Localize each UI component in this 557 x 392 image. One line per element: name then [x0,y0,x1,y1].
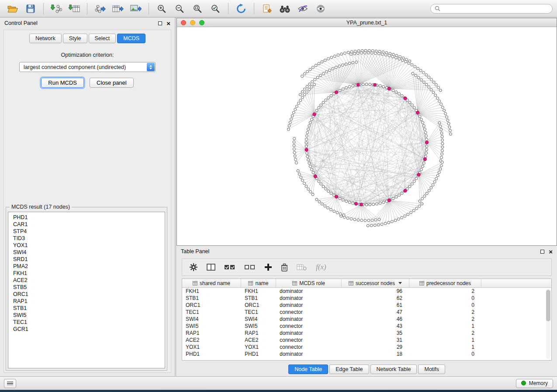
close-panel-button[interactable]: Close panel [90,78,134,88]
export-image-button[interactable] [128,2,144,15]
table-cell: 96 [342,288,409,294]
table-tab-node-table[interactable]: Node Table [288,364,328,374]
panel-menu-button[interactable] [4,379,16,388]
delete-table-button[interactable] [297,264,307,271]
table-cell: SWI4 [241,316,276,322]
table-tab-edge-table[interactable]: Edge Table [329,364,369,374]
list-item[interactable]: GCR1 [8,326,165,333]
table-row[interactable]: STB1STB1dominator620 [182,295,551,302]
criterion-dropdown[interactable]: largest connected component (undirected) [19,62,156,72]
list-item[interactable]: FKH1 [8,270,165,277]
list-item[interactable]: RAP1 [8,298,165,305]
table-row[interactable]: TEC1TEC1connector472 [182,309,551,316]
fx-icon: f(x) [316,263,326,272]
table-cell: SWI5 [182,323,241,329]
memory-button[interactable]: Memory [516,379,553,388]
table-row[interactable]: YOX1YOX1connector291 [182,344,551,351]
list-item[interactable]: SWI4 [8,249,165,256]
column-header-predecessor-nodes[interactable]: predecessor nodes [409,279,481,287]
list-item[interactable]: YOX1 [8,242,165,249]
clone-network-button[interactable] [259,2,275,15]
list-item[interactable]: STB5 [8,284,165,291]
table-cell: ACE2 [182,337,241,343]
list-item[interactable]: CAR1 [8,221,165,228]
table-cell: 62 [342,295,409,301]
table-tab-network-table[interactable]: Network Table [370,364,417,374]
minimize-window-icon[interactable] [190,20,195,25]
control-tabs: NetworkStyleSelectMCDS [4,34,171,43]
close-window-icon[interactable] [181,20,186,25]
mcds-result-list[interactable]: PHD1CAR1STP4TID3YOX1SWI4SRD1PMA2FKH1ACE2… [8,212,165,368]
search-box[interactable] [430,4,553,14]
zoom-in-button[interactable] [153,2,170,15]
search-input[interactable] [443,6,548,12]
save-button[interactable] [22,2,39,15]
list-item[interactable]: STB1 [8,305,165,312]
run-mcds-button[interactable]: Run MCDS [41,78,84,88]
column-header-shared-name[interactable]: shared name [182,279,241,287]
list-item[interactable]: SRD1 [8,256,165,263]
maximize-window-icon[interactable] [199,20,204,25]
table-cell: 0 [409,351,481,357]
delete-column-button[interactable] [281,263,288,272]
close-panel-icon[interactable]: × [549,248,553,255]
deselect-all-button[interactable] [244,264,256,271]
refresh-layout-button[interactable] [233,2,249,15]
export-network-button[interactable] [92,2,108,15]
export-image-icon [130,4,142,14]
zoom-fit-button[interactable] [189,2,206,15]
float-panel-icon[interactable] [540,250,544,254]
import-network-button[interactable] [48,2,65,15]
list-item[interactable]: ACE2 [8,277,165,284]
zoom-selected-button[interactable] [207,2,224,15]
import-table-button[interactable] [66,2,83,15]
list-item[interactable]: ORC1 [8,291,165,298]
show-hidden-button[interactable] [312,2,329,15]
tab-style[interactable]: Style [63,34,87,43]
table-cell: connector [276,337,342,343]
add-column-button[interactable] [264,263,272,271]
column-header-successor-nodes[interactable]: successor nodes [342,279,409,287]
list-item[interactable]: PHD1 [8,214,165,221]
table-row[interactable]: SWI5SWI5connector431 [182,323,551,330]
table-row[interactable]: ACE2ACE2connector311 [182,337,551,344]
import-network-icon [51,4,62,14]
open-button[interactable] [4,2,21,15]
table-cell: 1 [409,344,481,350]
table-cell: STB1 [241,295,276,301]
table-cell: dominator [276,288,342,294]
table-tab-motifs[interactable]: Motifs [418,364,445,374]
table-settings-button[interactable] [189,263,198,272]
table-row[interactable]: SWI4SWI4dominator462 [182,316,551,323]
list-item[interactable]: SWI5 [8,312,165,319]
show-columns-button[interactable] [207,263,215,271]
table-row[interactable]: FKH1FKH1dominator962 [182,288,551,295]
network-canvas[interactable] [177,27,557,245]
tab-network[interactable]: Network [29,34,62,43]
list-item[interactable]: TID3 [8,235,165,242]
tab-mcds[interactable]: MCDS [117,34,145,43]
table-row[interactable]: RAP1RAP1dominator352 [182,330,551,337]
column-header-name[interactable]: name [241,279,276,287]
zoom-out-button[interactable] [171,2,188,15]
table-scrollbar[interactable] [546,289,550,359]
table-cell: connector [276,344,342,350]
close-panel-icon[interactable]: × [166,20,170,27]
tab-select[interactable]: Select [89,34,116,43]
export-table-button[interactable] [110,2,126,15]
table-cell: 46 [342,316,409,322]
function-builder-button[interactable]: f(x) [316,263,326,272]
eye-icon [315,4,326,13]
hide-selected-button[interactable] [294,2,311,15]
table-row[interactable]: PHD1PHD1dominator180 [182,351,551,358]
select-all-button[interactable] [224,264,235,271]
column-header-MCDS-role[interactable]: MCDS role [276,279,342,287]
float-panel-icon[interactable] [158,21,162,25]
table-row[interactable]: ORC1ORC1dominator610 [182,302,551,309]
scrollbar-thumb[interactable] [546,290,550,321]
table-cell: 35 [342,330,409,336]
list-item[interactable]: TEC1 [8,319,165,326]
list-item[interactable]: PMA2 [8,263,165,270]
list-item[interactable]: STP4 [8,228,165,235]
find-button[interactable] [277,2,293,15]
